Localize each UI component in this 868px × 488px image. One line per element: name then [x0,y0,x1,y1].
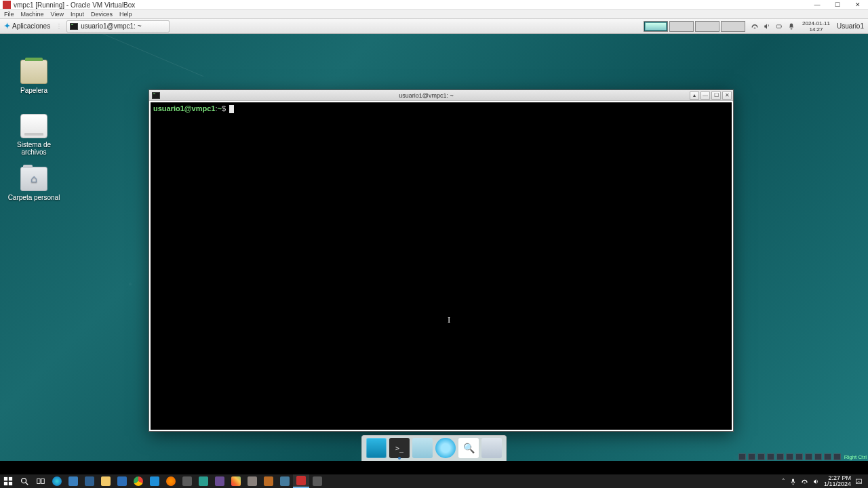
taskbar-store[interactable] [114,474,130,488]
menu-machine[interactable]: Machine [21,11,44,18]
panel-clock[interactable]: 2024-01-11 14:27 [800,20,833,33]
vb-host-key-label: Right Ctrl [844,454,867,460]
taskbar-app-5[interactable] [195,474,212,488]
desktop-icon-label: Papelera [7,87,61,94]
terminal-icon [70,23,78,30]
windows-taskbar: ˄ 2:27 PM 1/11/2024 [0,474,868,488]
vb-mouse-icon[interactable] [824,453,831,460]
prompt-user-host: usuario1@vmpc1 [153,104,215,113]
taskbar-app-1[interactable] [65,474,81,488]
svg-point-10 [22,479,26,483]
taskbar-taskview[interactable] [33,474,49,488]
vb-display-icon[interactable] [795,453,803,460]
terminal-maximize-button[interactable]: ☐ [711,92,721,100]
taskbar-search[interactable] [16,474,33,488]
applications-menu-button[interactable]: ✦ Aplicaciones [0,19,54,33]
terminal-titlebar[interactable]: usuario1@vmpc1: ~ ▴ — ☐ ✕ [149,90,733,101]
dock [361,435,507,461]
vb-shared-folder-icon[interactable] [786,453,793,460]
taskbar-app-10[interactable] [277,474,293,488]
dock-web-browser[interactable] [435,438,456,458]
terminal-icon [152,92,160,99]
tray-overflow-chevron[interactable]: ˄ [782,478,785,485]
workspace-4[interactable] [721,21,745,32]
taskbar-edge[interactable] [49,474,65,488]
svg-rect-7 [9,477,12,481]
drive-icon [20,114,47,138]
vb-usb-icon[interactable] [776,453,784,460]
tray-network-icon[interactable] [801,478,808,485]
tray-mic-icon[interactable] [789,478,797,485]
workspace-2[interactable] [669,21,694,32]
vb-optical-icon[interactable] [748,453,755,460]
taskbar-app-4[interactable] [179,474,195,488]
panel-user-label[interactable]: Usuario1 [833,22,868,30]
menu-file[interactable]: File [4,11,14,18]
notifications-icon[interactable] [787,22,795,30]
svg-rect-6 [4,477,7,481]
guest-desktop[interactable]: ✦ Aplicaciones ⋮ usuario1@vmpc1: ~ 2024-… [0,19,868,461]
taskbar-chrome[interactable] [130,474,146,488]
svg-rect-9 [9,482,12,485]
taskbar-app-2[interactable] [81,474,98,488]
trash-icon [20,60,47,84]
taskbar-app-6[interactable] [212,474,228,488]
svg-rect-13 [41,479,44,484]
home-folder-icon [20,167,47,191]
virtualbox-status-bar: Right Ctrl [738,453,867,460]
terminal-rollup-button[interactable]: ▴ [690,92,699,100]
taskbar-app-9[interactable] [260,474,277,488]
desktop-icon-home[interactable]: Carpeta personal [7,167,61,201]
host-minimize-button[interactable]: — [807,0,827,9]
xfce-top-panel: ✦ Aplicaciones ⋮ usuario1@vmpc1: ~ 2024-… [0,19,868,34]
desktop-icon-filesystem[interactable]: Sistema de archivos [7,114,61,156]
applications-label: Aplicaciones [12,22,50,30]
tray-date: 1/11/2024 [824,481,851,487]
volume-icon[interactable] [763,22,771,30]
menu-help[interactable]: Help [119,11,132,18]
tray-volume-icon[interactable] [812,478,820,485]
host-maximize-button[interactable]: ☐ [827,0,848,9]
dock-file-manager[interactable] [412,438,433,458]
dock-show-desktop[interactable] [366,438,387,458]
dock-home-folder[interactable] [481,438,502,458]
desktop-icon-trash[interactable]: Papelera [7,60,61,94]
terminal-title: usuario1@vmpc1: ~ [163,92,690,99]
vb-hdd-icon[interactable] [738,453,746,460]
taskbar-explorer[interactable] [98,474,114,488]
menu-devices[interactable]: Devices [91,11,113,18]
taskbar-firefox[interactable] [163,474,179,488]
taskbar-app-8[interactable] [244,474,260,488]
taskbar-app-3[interactable] [146,474,163,488]
taskbar-virtualbox[interactable] [293,474,309,488]
dock-app-finder[interactable] [458,438,479,458]
vb-recording-icon[interactable] [805,453,812,460]
terminal-window[interactable]: usuario1@vmpc1: ~ ▴ — ☐ ✕ usuario1@vmpc1… [149,89,734,432]
terminal-viewport[interactable]: usuario1@vmpc1:~$ I [151,102,732,430]
host-close-button[interactable]: ✕ [848,0,868,9]
taskbar-item-terminal[interactable]: usuario1@vmpc1: ~ [66,20,169,33]
taskbar-app-11[interactable] [309,474,326,488]
terminal-close-button[interactable]: ✕ [722,92,732,100]
taskbar-app-7[interactable] [228,474,244,488]
workspace-1[interactable] [644,21,668,32]
vb-network-icon[interactable] [767,453,774,460]
vb-keyboard-icon[interactable] [833,453,841,460]
menu-input[interactable]: Input [71,11,84,18]
power-icon[interactable] [775,22,783,30]
workspace-3[interactable] [695,21,719,32]
menu-view[interactable]: View [51,11,64,18]
desktop-icon-label: Sistema de archivos [7,141,61,156]
svg-rect-5 [781,26,782,27]
terminal-minimize-button[interactable]: — [701,92,710,100]
virtualbox-icon [3,1,11,9]
network-icon[interactable] [751,22,759,30]
vb-cpu-icon[interactable] [814,453,822,460]
dock-terminal[interactable] [389,438,410,458]
tray-clock[interactable]: 2:27 PM 1/11/2024 [824,475,851,487]
tray-notifications-icon[interactable] [855,478,863,485]
start-button[interactable] [0,474,16,488]
xfce-system-tray [747,22,800,30]
vb-audio-icon[interactable] [757,453,765,460]
svg-rect-12 [37,479,40,484]
